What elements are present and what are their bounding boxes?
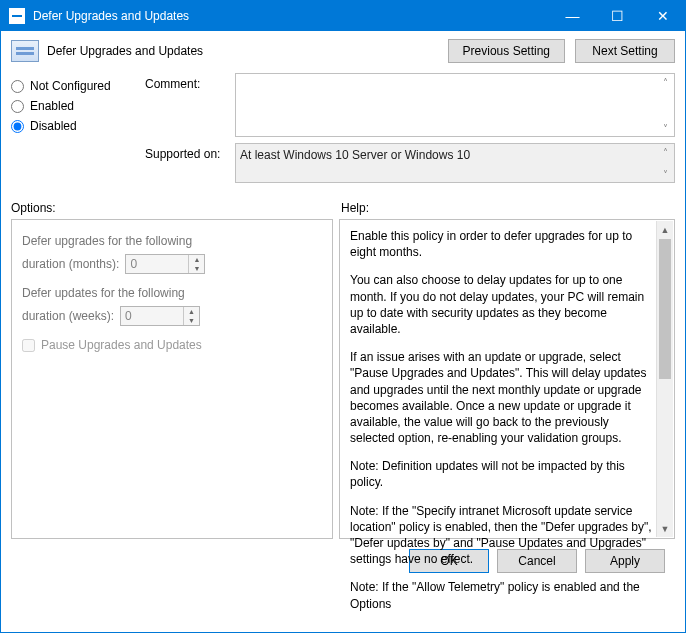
defer-upgrades-line: Defer upgrades for the following xyxy=(22,234,322,248)
spinner-down-icon[interactable]: ▼ xyxy=(189,264,204,273)
spinner-up-icon[interactable]: ▲ xyxy=(184,307,199,316)
help-paragraph: Note: If the "Allow Telemetry" policy is… xyxy=(350,579,652,611)
radio-enabled[interactable]: Enabled xyxy=(11,99,131,113)
supported-on-label: Supported on: xyxy=(145,143,235,183)
defer-updates-line: Defer updates for the following xyxy=(22,286,322,300)
page-title: Defer Upgrades and Updates xyxy=(47,44,448,58)
duration-weeks-spinner[interactable]: ▲ ▼ xyxy=(120,306,200,326)
policy-icon xyxy=(11,40,39,62)
scroll-up-icon[interactable]: ˄ xyxy=(658,75,673,89)
duration-weeks-input[interactable] xyxy=(121,307,183,325)
help-label: Help: xyxy=(341,201,369,215)
duration-months-label: duration (months): xyxy=(22,257,119,271)
radio-disabled-input[interactable] xyxy=(11,120,24,133)
radio-disabled-label: Disabled xyxy=(30,119,77,133)
radio-enabled-input[interactable] xyxy=(11,100,24,113)
scroll-down-icon[interactable]: ˅ xyxy=(658,121,673,135)
previous-setting-button[interactable]: Previous Setting xyxy=(448,39,565,63)
titlebar: Defer Upgrades and Updates — ☐ ✕ xyxy=(1,1,685,31)
close-button[interactable]: ✕ xyxy=(640,1,685,31)
window-icon xyxy=(9,8,25,24)
duration-months-spinner[interactable]: ▲ ▼ xyxy=(125,254,205,274)
radio-disabled[interactable]: Disabled xyxy=(11,119,131,133)
next-setting-button[interactable]: Next Setting xyxy=(575,39,675,63)
help-panel: Enable this policy in order to defer upg… xyxy=(339,219,675,539)
scroll-up-icon[interactable]: ▲ xyxy=(657,221,673,238)
help-paragraph: Note: If the "Specify intranet Microsoft… xyxy=(350,503,652,568)
scroll-down-icon[interactable]: ˅ xyxy=(658,167,673,181)
help-paragraph: You can also choose to delay updates for… xyxy=(350,272,652,337)
radio-not-configured[interactable]: Not Configured xyxy=(11,79,131,93)
duration-months-input[interactable] xyxy=(126,255,188,273)
supported-on-box: At least Windows 10 Server or Windows 10… xyxy=(235,143,675,183)
scroll-thumb[interactable] xyxy=(659,239,671,379)
comment-textarea[interactable]: ˄ ˅ xyxy=(235,73,675,137)
help-text: Enable this policy in order to defer upg… xyxy=(350,228,652,612)
comment-label: Comment: xyxy=(145,73,235,137)
duration-weeks-label: duration (weeks): xyxy=(22,309,114,323)
spinner-up-icon[interactable]: ▲ xyxy=(189,255,204,264)
state-radio-group: Not Configured Enabled Disabled xyxy=(11,73,131,139)
help-paragraph: Note: Definition updates will not be imp… xyxy=(350,458,652,490)
radio-enabled-label: Enabled xyxy=(30,99,74,113)
supported-on-text: At least Windows 10 Server or Windows 10 xyxy=(240,148,470,162)
help-paragraph: If an issue arises with an update or upg… xyxy=(350,349,652,446)
minimize-button[interactable]: — xyxy=(550,1,595,31)
window-controls: — ☐ ✕ xyxy=(550,1,685,31)
options-panel: Defer upgrades for the following duratio… xyxy=(11,219,333,539)
pause-checkbox[interactable] xyxy=(22,339,35,352)
help-paragraph: Enable this policy in order to defer upg… xyxy=(350,228,652,260)
scroll-down-icon[interactable]: ▼ xyxy=(657,520,673,537)
spinner-down-icon[interactable]: ▼ xyxy=(184,316,199,325)
pause-checkbox-label: Pause Upgrades and Updates xyxy=(41,338,202,352)
pause-checkbox-row[interactable]: Pause Upgrades and Updates xyxy=(22,338,322,352)
radio-not-configured-input[interactable] xyxy=(11,80,24,93)
options-label: Options: xyxy=(11,201,341,215)
maximize-button[interactable]: ☐ xyxy=(595,1,640,31)
window-title: Defer Upgrades and Updates xyxy=(33,9,550,23)
scroll-up-icon[interactable]: ˄ xyxy=(658,145,673,159)
radio-not-configured-label: Not Configured xyxy=(30,79,111,93)
help-scrollbar[interactable]: ▲ ▼ xyxy=(656,221,673,537)
